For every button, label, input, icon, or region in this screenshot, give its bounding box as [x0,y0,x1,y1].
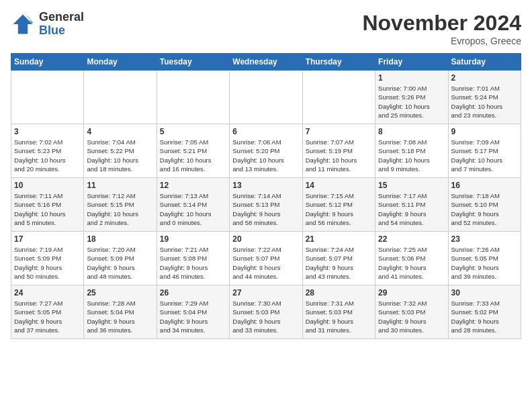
day-cell: 23Sunrise: 7:26 AM Sunset: 5:05 PM Dayli… [448,232,521,285]
day-cell: 27Sunrise: 7:30 AM Sunset: 5:03 PM Dayli… [230,285,302,339]
day-cell: 11Sunrise: 7:12 AM Sunset: 5:15 PM Dayli… [84,178,157,232]
day-info: Sunrise: 7:26 AM Sunset: 5:05 PM Dayligh… [451,245,518,281]
day-number: 15 [378,181,445,190]
day-info: Sunrise: 7:07 AM Sunset: 5:19 PM Dayligh… [306,138,372,173]
logo: General Blue [11,11,84,38]
day-number: 30 [451,288,518,298]
day-number: 17 [14,234,81,244]
day-info: Sunrise: 7:19 AM Sunset: 5:09 PM Dayligh… [14,245,81,281]
day-info: Sunrise: 7:00 AM Sunset: 5:26 PM Dayligh… [378,84,445,120]
day-cell [157,71,229,124]
day-cell: 26Sunrise: 7:29 AM Sunset: 5:04 PM Dayli… [157,285,229,339]
logo-blue-text: Blue [39,24,84,38]
day-header-sunday: Sunday [11,54,84,71]
day-cell: 29Sunrise: 7:32 AM Sunset: 5:03 PM Dayli… [375,285,448,339]
day-info: Sunrise: 7:12 AM Sunset: 5:15 PM Dayligh… [87,191,153,227]
day-number: 19 [160,234,226,244]
day-header-thursday: Thursday [302,54,375,71]
day-info: Sunrise: 7:33 AM Sunset: 5:02 PM Dayligh… [451,299,518,334]
day-cell [11,71,84,124]
day-number: 6 [232,127,299,136]
day-info: Sunrise: 7:28 AM Sunset: 5:04 PM Dayligh… [87,299,153,334]
day-info: Sunrise: 7:20 AM Sunset: 5:09 PM Dayligh… [87,245,153,281]
day-number: 29 [378,288,445,298]
day-number: 24 [14,288,81,298]
day-number: 7 [306,127,372,136]
day-cell: 16Sunrise: 7:18 AM Sunset: 5:10 PM Dayli… [448,178,521,232]
day-info: Sunrise: 7:29 AM Sunset: 5:04 PM Dayligh… [160,299,226,334]
day-info: Sunrise: 7:05 AM Sunset: 5:21 PM Dayligh… [160,138,226,173]
day-number: 13 [232,181,299,190]
day-header-saturday: Saturday [448,54,521,71]
day-info: Sunrise: 7:01 AM Sunset: 5:24 PM Dayligh… [451,84,518,120]
day-cell: 1Sunrise: 7:00 AM Sunset: 5:26 PM Daylig… [375,71,448,124]
day-info: Sunrise: 7:21 AM Sunset: 5:08 PM Dayligh… [160,245,226,281]
day-info: Sunrise: 7:31 AM Sunset: 5:03 PM Dayligh… [306,299,372,334]
calendar-table: SundayMondayTuesdayWednesdayThursdayFrid… [11,53,521,339]
logo-text: General Blue [39,11,84,38]
logo-general-text: General [39,11,84,24]
header: General Blue November 2024 Evropos, Gree… [11,11,521,46]
day-cell: 20Sunrise: 7:22 AM Sunset: 5:07 PM Dayli… [230,232,302,285]
day-number: 3 [14,127,81,136]
day-cell: 14Sunrise: 7:15 AM Sunset: 5:12 PM Dayli… [302,178,375,232]
day-number: 12 [160,181,226,190]
day-info: Sunrise: 7:27 AM Sunset: 5:05 PM Dayligh… [14,299,81,334]
day-info: Sunrise: 7:06 AM Sunset: 5:20 PM Dayligh… [232,138,299,173]
day-cell: 22Sunrise: 7:25 AM Sunset: 5:06 PM Dayli… [375,232,448,285]
day-cell: 2Sunrise: 7:01 AM Sunset: 5:24 PM Daylig… [448,71,521,124]
week-row-3: 10Sunrise: 7:11 AM Sunset: 5:16 PM Dayli… [11,178,521,232]
day-header-wednesday: Wednesday [230,54,302,71]
day-number: 26 [160,288,226,298]
day-header-tuesday: Tuesday [157,54,229,71]
day-cell: 24Sunrise: 7:27 AM Sunset: 5:05 PM Dayli… [11,285,84,339]
day-header-friday: Friday [375,54,448,71]
day-info: Sunrise: 7:13 AM Sunset: 5:14 PM Dayligh… [160,191,226,227]
day-header-monday: Monday [84,54,157,71]
day-number: 25 [87,288,153,298]
day-number: 1 [378,73,445,83]
day-info: Sunrise: 7:22 AM Sunset: 5:07 PM Dayligh… [232,245,299,281]
day-info: Sunrise: 7:30 AM Sunset: 5:03 PM Dayligh… [232,299,299,334]
day-cell: 6Sunrise: 7:06 AM Sunset: 5:20 PM Daylig… [230,124,302,178]
day-info: Sunrise: 7:24 AM Sunset: 5:07 PM Dayligh… [306,245,372,281]
day-info: Sunrise: 7:08 AM Sunset: 5:18 PM Dayligh… [378,138,445,173]
day-number: 2 [451,73,518,83]
day-number: 5 [160,127,226,136]
day-number: 18 [87,234,153,244]
day-cell: 21Sunrise: 7:24 AM Sunset: 5:07 PM Dayli… [302,232,375,285]
day-cell: 28Sunrise: 7:31 AM Sunset: 5:03 PM Dayli… [302,285,375,339]
day-cell: 5Sunrise: 7:05 AM Sunset: 5:21 PM Daylig… [157,124,229,178]
day-info: Sunrise: 7:18 AM Sunset: 5:10 PM Dayligh… [451,191,518,227]
day-number: 11 [87,181,153,190]
day-info: Sunrise: 7:02 AM Sunset: 5:23 PM Dayligh… [14,138,81,173]
week-row-1: 1Sunrise: 7:00 AM Sunset: 5:26 PM Daylig… [11,71,521,124]
day-number: 21 [306,234,372,244]
header-row: SundayMondayTuesdayWednesdayThursdayFrid… [11,54,521,71]
page: General Blue November 2024 Evropos, Gree… [0,0,532,346]
day-number: 14 [306,181,372,190]
logo-icon [11,12,35,36]
day-cell: 7Sunrise: 7:07 AM Sunset: 5:19 PM Daylig… [302,124,375,178]
day-cell: 17Sunrise: 7:19 AM Sunset: 5:09 PM Dayli… [11,232,84,285]
day-cell: 10Sunrise: 7:11 AM Sunset: 5:16 PM Dayli… [11,178,84,232]
day-info: Sunrise: 7:14 AM Sunset: 5:13 PM Dayligh… [232,191,299,227]
day-number: 4 [87,127,153,136]
week-row-4: 17Sunrise: 7:19 AM Sunset: 5:09 PM Dayli… [11,232,521,285]
day-cell: 3Sunrise: 7:02 AM Sunset: 5:23 PM Daylig… [11,124,84,178]
day-cell: 18Sunrise: 7:20 AM Sunset: 5:09 PM Dayli… [84,232,157,285]
day-number: 22 [378,234,445,244]
day-info: Sunrise: 7:11 AM Sunset: 5:16 PM Dayligh… [14,191,81,227]
day-number: 9 [451,127,518,136]
day-info: Sunrise: 7:09 AM Sunset: 5:17 PM Dayligh… [451,138,518,173]
day-cell: 12Sunrise: 7:13 AM Sunset: 5:14 PM Dayli… [157,178,229,232]
day-number: 8 [378,127,445,136]
day-cell: 30Sunrise: 7:33 AM Sunset: 5:02 PM Dayli… [448,285,521,339]
day-cell [230,71,302,124]
day-cell: 8Sunrise: 7:08 AM Sunset: 5:18 PM Daylig… [375,124,448,178]
day-cell: 4Sunrise: 7:04 AM Sunset: 5:22 PM Daylig… [84,124,157,178]
day-cell: 25Sunrise: 7:28 AM Sunset: 5:04 PM Dayli… [84,285,157,339]
day-cell [302,71,375,124]
day-info: Sunrise: 7:25 AM Sunset: 5:06 PM Dayligh… [378,245,445,281]
day-number: 28 [306,288,372,298]
